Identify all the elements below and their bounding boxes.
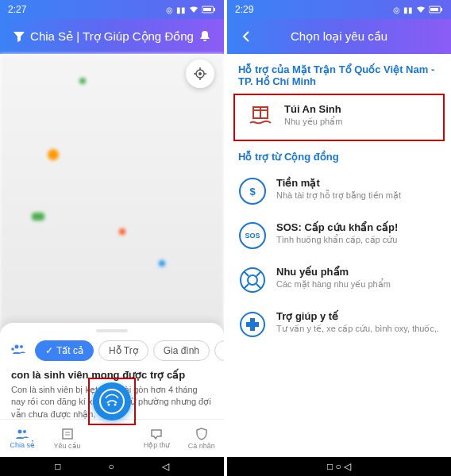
dollar-icon: $ bbox=[238, 177, 267, 205]
option-sub: Tình huống khẩn cấp, cấp cứu bbox=[276, 235, 440, 245]
medical-icon bbox=[238, 310, 267, 339]
map[interactable] bbox=[0, 54, 224, 355]
nav-center bbox=[90, 420, 134, 457]
group-icon[interactable] bbox=[8, 340, 30, 361]
android-nav: □ ○ ◁ bbox=[227, 457, 451, 476]
status-time: 2:27 bbox=[8, 4, 26, 15]
nav-recent-icon[interactable]: □ bbox=[55, 461, 60, 472]
status-time: 2:29 bbox=[235, 4, 253, 15]
package-icon bbox=[246, 103, 275, 132]
back-icon[interactable] bbox=[237, 27, 256, 46]
section-community: Hỗ trợ từ Cộng đồng bbox=[227, 141, 451, 169]
option-title: Nhu yếu phẩm bbox=[276, 266, 440, 278]
nav-recent-icon[interactable]: □ ○ ◁ bbox=[327, 461, 351, 472]
option-cash[interactable]: $ Tiền mặt Nhà tài trợ hỗ trợ bằng tiền … bbox=[227, 169, 451, 213]
option-title: Trợ giúp y tế bbox=[276, 310, 440, 322]
chip-community[interactable]: Cộng bbox=[214, 340, 224, 361]
header-title: Chia Sẻ | Trợ Giúp Cộng Đồng bbox=[29, 29, 195, 44]
header: Chọn loại yêu cầu bbox=[227, 19, 451, 54]
option-sub: Các mặt hàng nhu yếu phẩm bbox=[276, 279, 440, 290]
bottom-nav: Chia sẻ Yêu cầu Hộp thư Cá nhân bbox=[0, 419, 224, 457]
svg-point-18 bbox=[248, 275, 257, 285]
option-title: SOS: Cấp cứu khẩn cấp! bbox=[276, 221, 440, 233]
nav-home-icon[interactable]: ○ bbox=[109, 461, 114, 472]
sos-icon: SOS bbox=[238, 221, 267, 250]
option-sub: Nhà tài trợ hỗ trợ bằng tiền mặt bbox=[276, 190, 440, 201]
option-title: Túi An Sinh bbox=[284, 103, 432, 115]
nav-inbox[interactable]: Hộp thư bbox=[134, 420, 179, 457]
signal-icon: ▮▮ bbox=[176, 6, 186, 14]
svg-point-4 bbox=[199, 72, 202, 75]
option-supplies[interactable]: Nhu yếu phẩm Các mặt hàng nhu yếu phẩm bbox=[227, 258, 451, 302]
post-title: con là sinh viên mong được trợ cấp bbox=[11, 369, 213, 381]
svg-rect-1 bbox=[214, 8, 215, 11]
location-icon: ◎ bbox=[393, 6, 400, 14]
svg-point-7 bbox=[100, 390, 124, 413]
status-bar: 2:27 ◎ ▮▮ bbox=[0, 0, 224, 19]
lifebuoy-icon bbox=[238, 266, 267, 294]
battery-icon bbox=[202, 6, 216, 13]
nav-back-icon[interactable]: ◁ bbox=[162, 461, 169, 472]
battery-icon bbox=[429, 6, 443, 13]
svg-rect-2 bbox=[203, 8, 211, 11]
android-nav: □ ○ ◁ bbox=[0, 457, 224, 476]
bell-icon[interactable] bbox=[195, 27, 214, 46]
fab-main[interactable] bbox=[93, 382, 131, 420]
status-bar: 2:29 ◎ ▮▮ bbox=[227, 0, 451, 19]
nav-share[interactable]: Chia sẻ bbox=[0, 420, 44, 457]
option-sos[interactable]: SOS SOS: Cấp cứu khẩn cấp! Tình huống kh… bbox=[227, 213, 451, 258]
svg-rect-15 bbox=[430, 8, 438, 11]
left-screen: 2:27 ◎ ▮▮ Chia Sẻ | Trợ Giúp Cộng Đồng bbox=[0, 0, 224, 476]
nav-back-icon[interactable]: ◁ bbox=[344, 461, 351, 472]
svg-point-8 bbox=[108, 404, 110, 406]
sheet-handle[interactable] bbox=[96, 329, 128, 332]
chip-all[interactable]: ✓ Tất cả bbox=[35, 340, 94, 361]
status-icons: ◎ ▮▮ bbox=[393, 6, 443, 14]
svg-point-5 bbox=[15, 344, 19, 348]
option-medical[interactable]: Trợ giúp y tế Tư vấn y tế, xe cấp cứu, b… bbox=[227, 302, 451, 347]
wifi-icon bbox=[416, 6, 426, 13]
filter-chips: ✓ Tất cả Hỗ Trợ Gia đình Cộng bbox=[0, 340, 224, 361]
svg-point-10 bbox=[18, 429, 22, 433]
header: Chia Sẻ | Trợ Giúp Cộng Đồng bbox=[0, 19, 224, 54]
status-icons: ◎ ▮▮ bbox=[166, 6, 216, 14]
svg-rect-12 bbox=[63, 429, 72, 439]
chip-support[interactable]: Hỗ Trợ bbox=[98, 340, 148, 361]
svg-point-6 bbox=[20, 345, 23, 348]
locate-button[interactable] bbox=[186, 60, 214, 88]
svg-rect-14 bbox=[441, 8, 442, 11]
header-title: Chọn loại yêu cầu bbox=[256, 29, 422, 44]
filter-icon[interactable] bbox=[10, 27, 29, 46]
section-govt: Hỗ trợ của Mặt Trận Tổ Quốc Việt Nam - T… bbox=[227, 54, 451, 94]
option-sub: Nhu yếu phẩm bbox=[284, 117, 432, 127]
location-icon: ◎ bbox=[166, 6, 173, 14]
svg-point-11 bbox=[23, 430, 26, 433]
nav-profile[interactable]: Cá nhân bbox=[179, 420, 224, 457]
nav-home-icon[interactable]: ○ bbox=[336, 461, 341, 472]
option-title: Tiền mặt bbox=[276, 177, 440, 189]
svg-point-9 bbox=[114, 404, 117, 406]
right-screen: 2:29 ◎ ▮▮ Chọn loại yêu cầu Hỗ trợ của M… bbox=[227, 0, 451, 476]
option-sub: Tư vấn y tế, xe cấp cứu, bình oxy, thuốc… bbox=[276, 324, 440, 334]
wifi-icon bbox=[189, 6, 199, 13]
nav-request[interactable]: Yêu cầu bbox=[44, 420, 89, 457]
chip-family[interactable]: Gia đình bbox=[153, 340, 210, 361]
option-tui-an-sinh[interactable]: Túi An Sinh Nhu yếu phẩm bbox=[233, 94, 445, 141]
signal-icon: ▮▮ bbox=[403, 6, 413, 14]
